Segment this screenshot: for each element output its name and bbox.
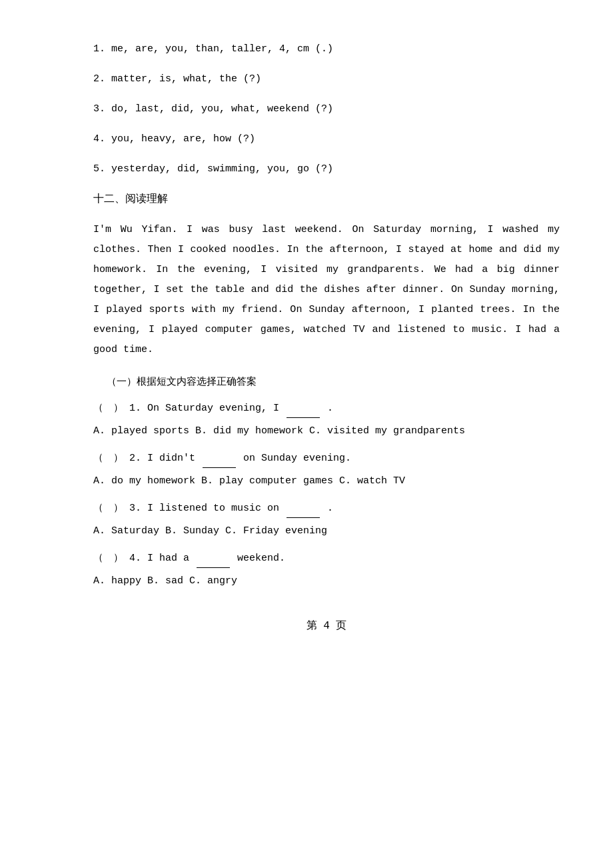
q4-blank-label: （ ） <box>93 553 123 564</box>
q3-end: . <box>327 503 333 514</box>
q4-text: 4. I had a <box>129 553 195 564</box>
q2-options: A. do my homework B. play computer games… <box>93 472 560 490</box>
exercise-list: 1. me, are, you, than, taller, 4, cm (.)… <box>93 40 560 178</box>
q2-end: on Sunday evening. <box>243 453 351 464</box>
question-2: （ ） 2. I didn't on Sunday evening. A. do… <box>93 449 560 490</box>
q3-blank <box>287 499 320 518</box>
q1-options: A. played sports B. did my homework C. v… <box>93 422 560 440</box>
q4-end: weekend. <box>237 553 285 564</box>
q2-text: 2. I didn't <box>129 453 201 464</box>
question-3: （ ） 3. I listened to music on . A. Satur… <box>93 499 560 540</box>
q1-blank-label: （ ） <box>93 403 123 414</box>
question-1: （ ） 1. On Saturday evening, I . A. playe… <box>93 399 560 440</box>
sub-section-title: （一）根据短文内容选择正确答案 <box>107 373 560 391</box>
q3-blank-label: （ ） <box>93 503 123 514</box>
exercise-item-3: 3. do, last, did, you, what, weekend (?) <box>93 100 560 118</box>
exercise-item-5: 5. yesterday, did, swimming, you, go (?) <box>93 160 560 178</box>
q2-blank <box>203 449 236 468</box>
q4-options: A. happy B. sad C. angry <box>93 572 560 590</box>
question-4-line: （ ） 4. I had a weekend. <box>93 549 560 568</box>
question-3-line: （ ） 3. I listened to music on . <box>93 499 560 518</box>
exercise-item-4: 4. you, heavy, are, how (?) <box>93 130 560 148</box>
page-footer: 第 4 页 <box>93 617 560 636</box>
q1-end: . <box>327 403 333 414</box>
q1-text: 1. On Saturday evening, I <box>129 403 285 414</box>
question-1-line: （ ） 1. On Saturday evening, I . <box>93 399 560 418</box>
exercise-item-2: 2. matter, is, what, the (?) <box>93 70 560 88</box>
reading-passage: I'm Wu Yifan. I was busy last weekend. O… <box>93 220 560 360</box>
q3-options: A. Saturday B. Sunday C. Friday evening <box>93 522 560 540</box>
section-title: 十二、阅读理解 <box>93 190 560 209</box>
question-4: （ ） 4. I had a weekend. A. happy B. sad … <box>93 549 560 590</box>
q3-text: 3. I listened to music on <box>129 503 285 514</box>
q1-blank <box>287 399 320 418</box>
question-2-line: （ ） 2. I didn't on Sunday evening. <box>93 449 560 468</box>
q4-blank <box>197 549 230 568</box>
exercise-item-1: 1. me, are, you, than, taller, 4, cm (.) <box>93 40 560 58</box>
q2-blank-label: （ ） <box>93 453 123 464</box>
